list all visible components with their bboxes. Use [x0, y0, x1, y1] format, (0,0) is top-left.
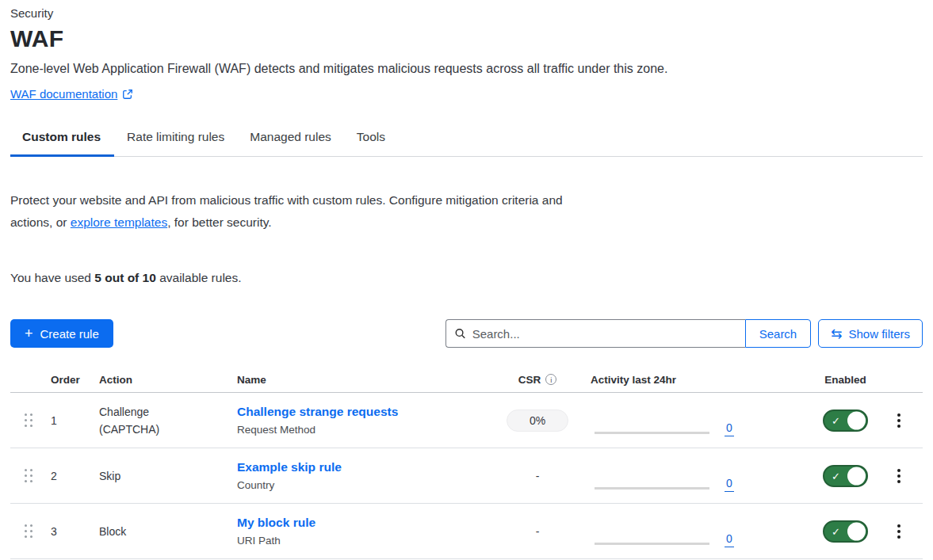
enabled-toggle[interactable]: ✓ — [823, 465, 868, 487]
rule-name-link[interactable]: My block rule — [237, 516, 315, 529]
kebab-icon — [897, 530, 900, 533]
col-csr-label: CSR — [518, 374, 541, 386]
drag-handle-icon[interactable] — [25, 524, 33, 538]
toggle-knob — [847, 411, 866, 429]
page-description: Zone-level Web Application Firewall (WAF… — [10, 62, 923, 76]
usage-count: 5 out of 10 — [94, 271, 156, 284]
rule-field: Request Method — [237, 422, 490, 438]
col-action: Action — [87, 374, 227, 386]
search-input[interactable] — [445, 319, 745, 348]
rule-field: Country — [237, 478, 490, 493]
activity-sparkline — [585, 504, 713, 558]
rule-name-link[interactable]: Challenge strange requests — [237, 405, 398, 418]
sparkline-flat — [595, 543, 709, 545]
col-activity: Activity last 24hr — [585, 374, 713, 386]
col-enabled: Enabled — [816, 374, 875, 386]
csr-value: - — [536, 470, 540, 482]
toolbar-right: Search ⇆ Show filters — [445, 319, 923, 348]
intro-after: , for better security. — [167, 215, 272, 229]
usage-text: You have used 5 out of 10 available rule… — [10, 271, 923, 285]
show-filters-label: Show filters — [848, 327, 910, 341]
activity-count-link[interactable]: 0 — [725, 477, 734, 492]
check-icon: ✓ — [832, 414, 840, 426]
breadcrumb: Security — [10, 6, 923, 20]
rule-field: URI Path — [237, 533, 490, 549]
show-filters-button[interactable]: ⇆ Show filters — [818, 319, 923, 348]
search-icon — [454, 328, 466, 340]
doc-link-label: WAF documentation — [10, 87, 117, 101]
drag-handle-icon[interactable] — [25, 469, 33, 482]
enabled-toggle[interactable]: ✓ — [823, 520, 868, 543]
toggle-knob — [847, 467, 866, 485]
kebab-icon — [897, 419, 900, 422]
tab-managed-rules[interactable]: Managed rules — [237, 130, 344, 156]
table-row: 3 Block My block rule URI Path - 0 ✓ — [10, 504, 923, 559]
toolbar: + Create rule Search ⇆ Show filters — [10, 319, 923, 348]
external-link-icon — [122, 89, 133, 100]
waf-page: Security WAF Zone-level Web Application … — [0, 0, 933, 559]
row-menu-button[interactable] — [875, 474, 923, 478]
intro-text: Protect your website and API from malici… — [10, 189, 601, 234]
create-rule-button[interactable]: + Create rule — [10, 319, 113, 348]
rule-action: Block — [87, 523, 186, 540]
check-icon: ✓ — [832, 470, 840, 482]
info-icon[interactable]: i — [545, 374, 556, 385]
rule-order: 1 — [46, 414, 87, 427]
usage-suffix: available rules. — [156, 271, 242, 284]
activity-sparkline — [585, 393, 713, 448]
search-group: Search — [445, 319, 812, 348]
waf-documentation-link[interactable]: WAF documentation — [10, 87, 133, 101]
csr-badge: 0% — [507, 410, 568, 432]
table-row: 1 Challenge (CAPTCHA) Challenge strange … — [10, 393, 923, 448]
page-title: WAF — [10, 25, 923, 52]
plus-icon: + — [25, 326, 33, 341]
search-button[interactable]: Search — [745, 319, 812, 348]
rules-table: Order Action Name CSR i Activity last 24… — [10, 367, 923, 559]
kebab-icon — [897, 474, 900, 478]
tab-tools[interactable]: Tools — [344, 130, 398, 156]
col-csr: CSR i — [490, 374, 585, 386]
rule-order: 3 — [46, 525, 87, 538]
sparkline-flat — [595, 432, 709, 434]
col-order: Order — [46, 374, 87, 386]
tab-custom-rules[interactable]: Custom rules — [10, 130, 114, 156]
tab-bar: Custom rules Rate limiting rules Managed… — [10, 130, 923, 157]
explore-templates-link[interactable]: explore templates — [71, 215, 167, 229]
sparkline-flat — [595, 487, 709, 490]
enabled-toggle[interactable]: ✓ — [823, 410, 868, 432]
row-menu-button[interactable] — [875, 419, 923, 422]
swap-arrows-icon: ⇆ — [831, 327, 842, 341]
rule-order: 2 — [46, 470, 87, 482]
drag-handle-icon[interactable] — [25, 413, 33, 427]
rule-action: Challenge (CAPTCHA) — [87, 403, 186, 438]
activity-count-link[interactable]: 0 — [725, 421, 734, 436]
usage-prefix: You have used — [10, 271, 94, 284]
check-icon: ✓ — [832, 525, 840, 537]
rule-name-link[interactable]: Example skip rule — [237, 460, 342, 474]
row-menu-button[interactable] — [875, 530, 923, 533]
rule-action: Skip — [87, 467, 186, 485]
table-header: Order Action Name CSR i Activity last 24… — [10, 367, 923, 393]
toggle-knob — [847, 522, 866, 540]
activity-count-link[interactable]: 0 — [725, 532, 734, 547]
create-rule-label: Create rule — [40, 327, 99, 341]
table-row: 2 Skip Example skip rule Country - 0 ✓ — [10, 448, 923, 504]
activity-sparkline — [585, 448, 713, 503]
csr-value: - — [536, 525, 540, 538]
tab-rate-limiting-rules[interactable]: Rate limiting rules — [114, 130, 237, 156]
col-name: Name — [227, 374, 490, 386]
